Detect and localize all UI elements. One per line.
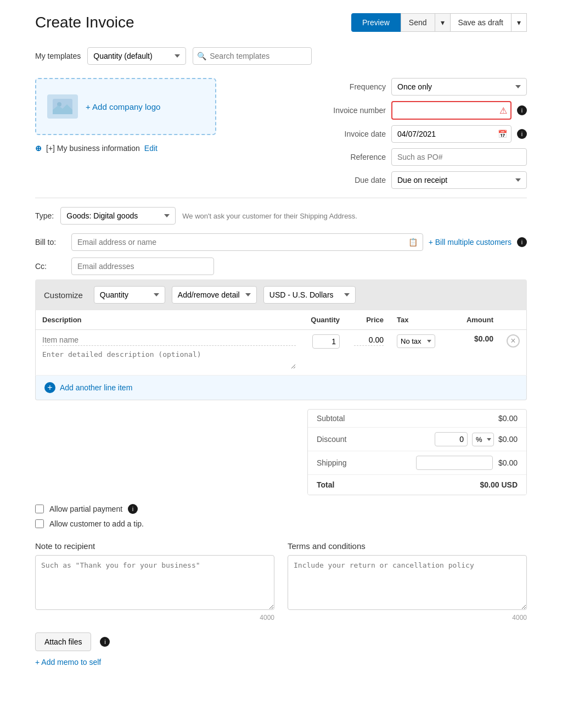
search-templates-input[interactable] <box>193 47 312 65</box>
amount-cell: $0.00 <box>451 330 500 376</box>
invoice-date-info-icon[interactable]: i <box>517 129 527 139</box>
bill-to-row: Bill to: 📋 + Bill multiple customers i <box>35 233 527 251</box>
bill-to-input[interactable] <box>71 233 423 251</box>
totals-section: Subtotal $0.00 Discount 0 % $ $0.00 Ship… <box>307 409 527 495</box>
template-select[interactable]: Quantity (default) <box>87 47 186 65</box>
tip-label: Allow customer to add a tip. <box>49 519 144 528</box>
header-buttons: Preview Send ▾ Save as draft ▾ <box>351 13 527 32</box>
price-input[interactable]: 0.00 <box>354 334 384 346</box>
item-description-input[interactable] <box>42 348 296 369</box>
customize-label: Customize <box>44 290 83 300</box>
logo-form-row: + Add company logo ⊕ [+] My business inf… <box>35 78 527 189</box>
item-name-input[interactable] <box>42 334 296 346</box>
invoice-num-wrapper: ⚠ <box>391 101 512 120</box>
add-line-item-button[interactable]: + Add another line item <box>35 376 527 400</box>
customize-quantity-select[interactable]: Quantity Hours Amount <box>94 286 165 304</box>
table-row: 1 0.00 No tax 5% 10% $0.00 × <box>36 330 527 376</box>
partial-payment-label: Allow partial payment <box>49 505 122 513</box>
notes-title: Note to recipient <box>35 541 274 551</box>
logo-placeholder-image <box>47 94 78 119</box>
discount-type-select[interactable]: % $ <box>472 433 494 446</box>
bill-multiple-button[interactable]: + Bill multiple customers <box>429 238 512 247</box>
templates-row: My templates Quantity (default) 🔍 <box>35 47 527 65</box>
send-dropdown-arrow[interactable]: ▾ <box>435 13 451 32</box>
bill-to-info-icon[interactable]: i <box>517 237 527 247</box>
bill-to-input-wrapper: 📋 <box>71 233 423 251</box>
add-logo-text: + Add company logo <box>86 102 160 111</box>
shipping-label: Shipping <box>317 458 347 467</box>
shipping-input[interactable] <box>416 456 493 470</box>
save-draft-dropdown-arrow[interactable]: ▾ <box>512 13 527 32</box>
search-icon: 🔍 <box>197 52 206 60</box>
subtotal-value: $0.00 <box>498 414 518 423</box>
page-header: Create Invoice Preview Send ▾ Save as dr… <box>35 13 527 32</box>
attach-files-button[interactable]: Attach files <box>35 632 91 651</box>
due-date-row: Due date Due on receipt Net 15 Net 30 Ne… <box>320 171 527 189</box>
bill-to-contacts-icon: 📋 <box>408 238 418 247</box>
tip-checkbox[interactable] <box>35 519 44 528</box>
business-edit-link[interactable]: Edit <box>144 144 158 153</box>
cc-input[interactable] <box>71 257 214 275</box>
save-draft-button[interactable]: Save as draft <box>451 13 512 32</box>
col-price: Price <box>346 310 390 330</box>
customize-add-remove-select[interactable]: Add/remove detail <box>172 286 257 304</box>
templates-label: My templates <box>35 52 81 60</box>
calendar-icon[interactable]: 📅 <box>498 130 507 138</box>
business-expand-icon: ⊕ <box>35 144 42 153</box>
shipping-value: $0.00 <box>498 458 518 467</box>
invoice-date-input[interactable] <box>391 125 512 143</box>
frequency-select[interactable]: Once only Weekly Monthly Annually <box>391 78 527 96</box>
subtotal-row: Subtotal $0.00 <box>308 410 526 428</box>
page-title: Create Invoice <box>35 14 134 31</box>
invoice-number-label: Invoice number <box>320 106 386 115</box>
add-circle-icon: + <box>44 382 55 393</box>
search-wrapper: 🔍 <box>193 47 312 65</box>
tip-row: Allow customer to add a tip. <box>35 519 527 528</box>
business-info-label: [+] My business information <box>46 144 140 153</box>
tax-select[interactable]: No tax 5% 10% <box>397 334 435 348</box>
reference-control <box>391 148 527 166</box>
remove-line-button[interactable]: × <box>507 334 520 348</box>
preview-button[interactable]: Preview <box>351 13 401 32</box>
logo-upload-box[interactable]: + Add company logo <box>35 78 216 135</box>
notes-textarea[interactable] <box>35 555 274 610</box>
add-line-label: Add another line item <box>60 383 132 392</box>
attach-files-info-icon[interactable]: i <box>100 637 110 647</box>
terms-title: Terms and conditions <box>288 541 527 551</box>
due-date-select[interactable]: Due on receipt Net 15 Net 30 Net 60 <box>391 171 527 189</box>
send-button[interactable]: Send <box>401 13 435 32</box>
partial-payment-row: Allow partial payment i <box>35 504 527 514</box>
logo-section: + Add company logo ⊕ [+] My business inf… <box>35 78 320 153</box>
discount-input[interactable]: 0 <box>435 432 468 446</box>
quantity-input[interactable]: 1 <box>312 334 340 349</box>
terms-textarea[interactable] <box>288 555 527 610</box>
col-quantity: Quantity <box>302 310 346 330</box>
type-row: Type: Goods: Digital goods Goods: Physic… <box>35 207 527 225</box>
footer-actions: Attach files i <box>35 632 527 651</box>
customize-currency-select[interactable]: USD - U.S. Dollars EUR - Euro GBP - Brit… <box>263 286 356 304</box>
add-memo-button[interactable]: + Add memo to self <box>35 658 527 667</box>
col-amount: Amount <box>451 310 500 330</box>
discount-row: Discount 0 % $ $0.00 <box>308 428 526 451</box>
partial-payment-checkbox[interactable] <box>35 505 44 513</box>
type-note: We won't ask your customer for their Shi… <box>182 212 357 220</box>
notes-box: Note to recipient 4000 <box>35 541 274 621</box>
invoice-number-input[interactable] <box>391 101 512 120</box>
discount-label: Discount <box>317 435 346 444</box>
bottom-area: Subtotal $0.00 Discount 0 % $ $0.00 Ship… <box>35 409 527 495</box>
business-info-row: ⊕ [+] My business information Edit <box>35 144 320 153</box>
total-value: $0.00 USD <box>480 480 518 489</box>
type-select[interactable]: Goods: Digital goods Goods: Physical goo… <box>60 207 176 225</box>
partial-payment-info-icon[interactable]: i <box>128 504 138 514</box>
invoice-number-info-icon[interactable]: i <box>517 105 527 115</box>
discount-value: $0.00 <box>498 435 518 444</box>
reference-input[interactable] <box>391 148 527 166</box>
total-row: Total $0.00 USD <box>308 475 526 495</box>
divider-1 <box>35 198 527 198</box>
price-cell: 0.00 <box>346 330 390 376</box>
invoice-date-label: Invoice date <box>320 130 386 138</box>
warning-icon: ⚠ <box>499 105 507 116</box>
invoice-date-row: Invoice date 📅 i <box>320 125 527 143</box>
due-date-control: Due on receipt Net 15 Net 30 Net 60 <box>391 171 527 189</box>
line-items-table: Description Quantity Price Tax Amount 1 … <box>35 310 527 376</box>
